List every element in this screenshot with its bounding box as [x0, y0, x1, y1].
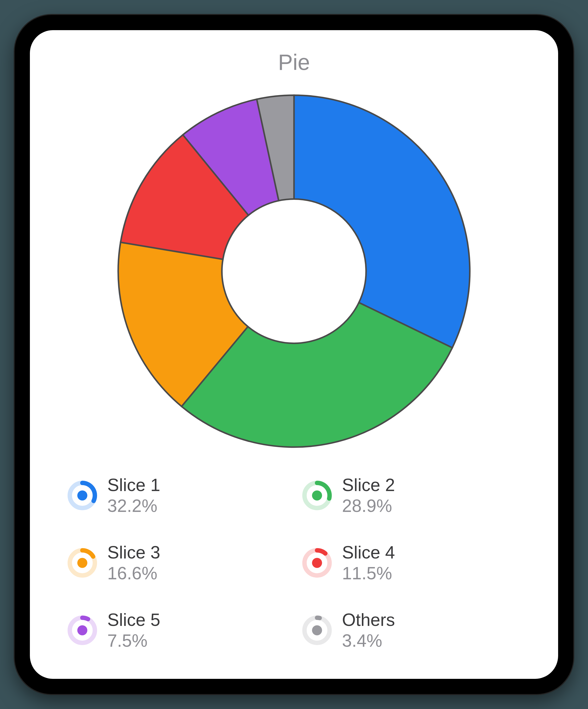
- chart-title: Pie: [52, 50, 536, 75]
- screen: Pie Slice 1 32.2% Slice 2 28.9%: [30, 30, 558, 679]
- svg-point-9: [77, 625, 87, 635]
- legend-text: Slice 2 28.9%: [342, 475, 395, 516]
- legend-item-slice-1[interactable]: Slice 1 32.2%: [67, 475, 287, 516]
- legend-bullet-icon: [301, 614, 333, 646]
- svg-point-5: [77, 558, 87, 568]
- legend-text: Slice 5 7.5%: [107, 609, 160, 651]
- legend-text: Slice 4 11.5%: [342, 542, 395, 584]
- legend-value: 28.9%: [342, 496, 395, 516]
- legend-label: Slice 2: [342, 475, 395, 496]
- donut-slice[interactable]: [294, 95, 470, 348]
- device-frame: Pie Slice 1 32.2% Slice 2 28.9%: [15, 15, 573, 694]
- legend-bullet-icon: [301, 547, 333, 579]
- legend-label: Slice 1: [107, 475, 160, 496]
- legend-label: Slice 3: [107, 542, 160, 563]
- legend-item-others[interactable]: Others 3.4%: [301, 609, 521, 651]
- legend-bullet-icon: [67, 480, 98, 511]
- donut-svg: [103, 80, 485, 463]
- legend-item-slice-2[interactable]: Slice 2 28.9%: [301, 475, 521, 516]
- stage: Pie Slice 1 32.2% Slice 2 28.9%: [0, 0, 588, 709]
- legend-label: Others: [342, 609, 395, 630]
- legend-text: Slice 1 32.2%: [107, 475, 160, 516]
- legend-bullet-icon: [301, 480, 333, 511]
- svg-point-1: [77, 490, 87, 500]
- legend-value: 7.5%: [107, 630, 160, 651]
- legend-value: 32.2%: [107, 496, 160, 516]
- legend-text: Slice 3 16.6%: [107, 542, 160, 584]
- legend-item-slice-4[interactable]: Slice 4 11.5%: [301, 542, 521, 584]
- svg-point-7: [312, 558, 322, 568]
- legend-value: 11.5%: [342, 563, 395, 584]
- legend: Slice 1 32.2% Slice 2 28.9% Slice 3: [52, 475, 536, 651]
- legend-value: 16.6%: [107, 563, 160, 584]
- legend-item-slice-3[interactable]: Slice 3 16.6%: [67, 542, 287, 584]
- legend-bullet-icon: [67, 614, 98, 646]
- svg-point-11: [312, 625, 322, 635]
- legend-label: Slice 5: [107, 609, 160, 630]
- svg-point-3: [312, 490, 322, 500]
- legend-bullet-icon: [67, 547, 98, 579]
- legend-text: Others 3.4%: [342, 609, 395, 651]
- legend-item-slice-5[interactable]: Slice 5 7.5%: [67, 609, 287, 651]
- legend-label: Slice 4: [342, 542, 395, 563]
- donut-chart: [52, 80, 536, 463]
- legend-value: 3.4%: [342, 630, 395, 651]
